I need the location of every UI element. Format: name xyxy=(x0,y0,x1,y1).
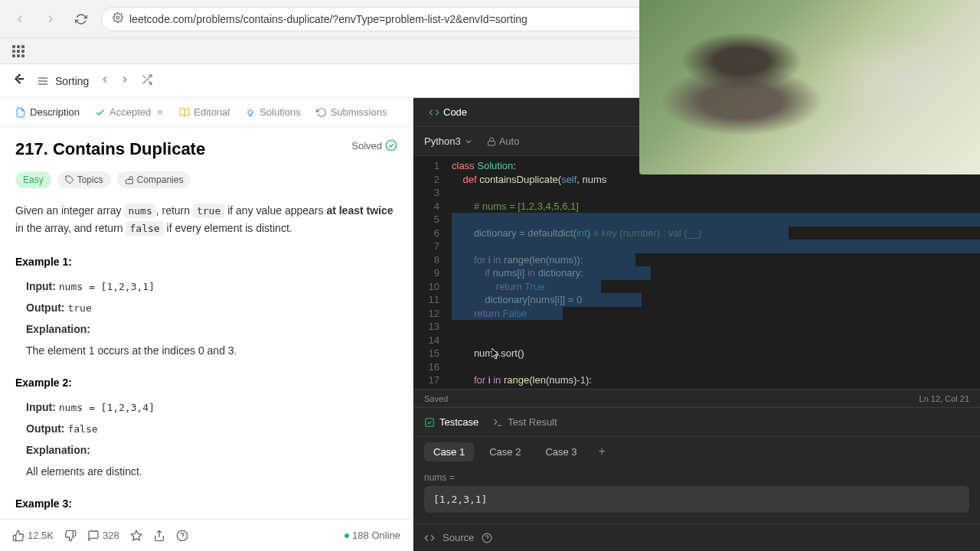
example-2: Input: nums = [1,2,3,4] Output: false Ex… xyxy=(26,396,397,482)
apps-icon[interactable] xyxy=(9,42,28,60)
svg-point-0 xyxy=(116,16,119,19)
tab-description[interactable]: Description xyxy=(9,103,86,121)
left-tabbar: Description Accepted ✕ Editorial Solutio… xyxy=(0,98,413,127)
testcase-cases: Case 1 Case 2 Case 3 + xyxy=(413,437,980,466)
difficulty-badge: Easy xyxy=(15,171,51,188)
next-problem-button[interactable] xyxy=(119,74,130,88)
line-gutter: 1234567891011121314151617 xyxy=(413,156,447,389)
language-select[interactable]: Python3 xyxy=(424,135,473,147)
problem-panel: Description Accepted ✕ Editorial Solutio… xyxy=(0,98,413,551)
problem-content: Solved 217. Contains Duplicate Easy Topi… xyxy=(0,127,413,519)
star-button[interactable] xyxy=(130,530,142,542)
solved-badge: Solved xyxy=(351,139,397,152)
back-button[interactable] xyxy=(9,8,31,30)
svg-rect-13 xyxy=(126,180,132,184)
testcase-footer: Source xyxy=(413,523,980,551)
dislike-button[interactable] xyxy=(64,530,77,542)
share-button[interactable] xyxy=(153,530,165,542)
testcase-input-label: nums = xyxy=(424,472,969,483)
online-indicator: 188 Online xyxy=(345,530,400,541)
add-case-button[interactable]: + xyxy=(593,442,612,461)
cursor-position: Ln 12, Col 21 xyxy=(920,394,969,403)
lc-logo-icon[interactable] xyxy=(12,72,26,90)
forward-button[interactable] xyxy=(40,8,61,30)
problem-description: Given an integer array nums, return true… xyxy=(15,202,397,237)
example-1-title: Example 1: xyxy=(15,256,397,268)
help-button[interactable] xyxy=(176,530,188,542)
svg-point-12 xyxy=(386,140,396,150)
comments-button[interactable]: 328 xyxy=(87,530,119,542)
tab-test-result[interactable]: Test Result xyxy=(492,416,557,428)
tab-solutions[interactable]: Solutions xyxy=(239,103,306,121)
svg-line-6 xyxy=(143,75,145,77)
testcase-input: nums = [1,2,3,1] xyxy=(413,466,980,523)
case-3-button[interactable]: Case 3 xyxy=(536,442,586,461)
problem-list-label: Sorting xyxy=(55,75,89,87)
problem-list-button[interactable]: Sorting xyxy=(37,75,89,87)
code-editor[interactable]: 1234567891011121314151617 class Solution… xyxy=(413,156,980,389)
svg-rect-17 xyxy=(426,418,434,426)
tab-code[interactable]: Code xyxy=(423,103,473,121)
tab-testcase[interactable]: Testcase xyxy=(424,416,479,428)
example-2-title: Example 2: xyxy=(15,377,397,389)
site-info-icon[interactable] xyxy=(113,12,123,25)
topics-badge[interactable]: Topics xyxy=(57,171,111,188)
webcam-overlay xyxy=(639,0,980,174)
reload-button[interactable] xyxy=(70,8,92,30)
source-label[interactable]: Source xyxy=(443,532,474,543)
example-1: Input: nums = [1,2,3,1] Output: true Exp… xyxy=(26,276,397,361)
testcase-panel: Testcase Test Result Case 1 Case 2 Case … xyxy=(413,407,980,551)
testcase-tabbar: Testcase Test Result xyxy=(413,408,980,437)
testcase-input-value[interactable]: [1,2,3,1] xyxy=(424,486,969,513)
companies-badge[interactable]: Companies xyxy=(117,171,191,188)
svg-marker-14 xyxy=(131,530,141,540)
close-icon[interactable]: ✕ xyxy=(156,107,164,118)
code-lines[interactable]: class Solution: def containsDuplicate(se… xyxy=(447,156,980,389)
example-3-title: Example 3: xyxy=(15,497,397,510)
case-1-button[interactable]: Case 1 xyxy=(424,442,474,461)
case-2-button[interactable]: Case 2 xyxy=(480,442,530,461)
problem-footer: 12.5K 328 188 Online xyxy=(0,519,413,551)
tab-accepted[interactable]: Accepted ✕ xyxy=(89,103,170,121)
svg-rect-16 xyxy=(488,141,495,145)
saved-label: Saved xyxy=(424,394,448,403)
auto-toggle[interactable]: Auto xyxy=(487,135,520,147)
tab-editorial[interactable]: Editorial xyxy=(173,103,236,121)
like-button[interactable]: 12.5K xyxy=(12,530,54,542)
problem-title: 217. Contains Duplicate xyxy=(15,139,397,159)
tab-submissions[interactable]: Submissions xyxy=(310,103,394,121)
shuffle-button[interactable] xyxy=(141,73,153,89)
editor-statusbar: Saved Ln 12, Col 21 xyxy=(413,389,980,407)
prev-problem-button[interactable] xyxy=(100,74,110,88)
